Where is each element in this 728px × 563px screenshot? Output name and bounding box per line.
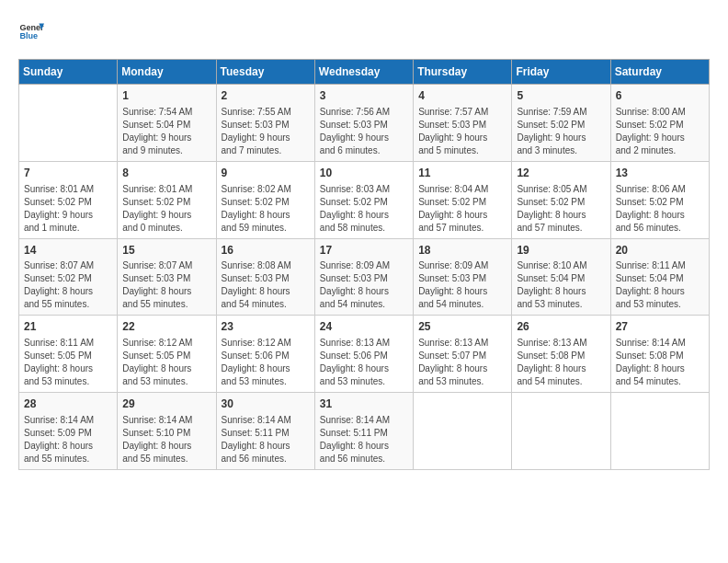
day-number: 2 xyxy=(222,88,310,104)
day-details: Sunrise: 8:05 AM Sunset: 5:02 PM Dayligh… xyxy=(517,183,605,235)
day-details: Sunrise: 8:11 AM Sunset: 5:04 PM Dayligh… xyxy=(616,259,704,311)
calendar-cell xyxy=(414,393,512,470)
calendar-cell: 30Sunrise: 8:14 AM Sunset: 5:11 PM Dayli… xyxy=(216,393,314,470)
calendar-cell xyxy=(512,393,610,470)
calendar-cell: 21Sunrise: 8:11 AM Sunset: 5:05 PM Dayli… xyxy=(19,316,118,393)
calendar-cell: 5Sunrise: 7:59 AM Sunset: 5:02 PM Daylig… xyxy=(512,85,610,162)
weekday-header: Friday xyxy=(512,60,610,85)
day-number: 28 xyxy=(24,396,112,412)
day-details: Sunrise: 7:56 AM Sunset: 5:03 PM Dayligh… xyxy=(320,106,408,157)
calendar-cell: 9Sunrise: 8:02 AM Sunset: 5:02 PM Daylig… xyxy=(216,161,314,238)
day-number: 10 xyxy=(320,166,408,181)
day-details: Sunrise: 8:07 AM Sunset: 5:03 PM Dayligh… xyxy=(122,259,210,311)
calendar-cell: 3Sunrise: 7:56 AM Sunset: 5:03 PM Daylig… xyxy=(314,85,413,162)
day-details: Sunrise: 8:12 AM Sunset: 5:06 PM Dayligh… xyxy=(222,337,310,388)
day-number: 29 xyxy=(122,396,210,412)
weekday-header: Wednesday xyxy=(314,60,413,85)
calendar-cell: 13Sunrise: 8:06 AM Sunset: 5:02 PM Dayli… xyxy=(610,161,709,238)
weekday-header: Saturday xyxy=(610,60,709,85)
calendar-cell: 28Sunrise: 8:14 AM Sunset: 5:09 PM Dayli… xyxy=(19,393,118,470)
calendar-cell: 25Sunrise: 8:13 AM Sunset: 5:07 PM Dayli… xyxy=(414,316,512,393)
day-details: Sunrise: 8:00 AM Sunset: 5:02 PM Dayligh… xyxy=(616,106,704,157)
day-details: Sunrise: 8:14 AM Sunset: 5:09 PM Dayligh… xyxy=(24,414,112,465)
day-number: 23 xyxy=(222,319,310,335)
day-number: 3 xyxy=(320,88,408,104)
calendar-cell: 24Sunrise: 8:13 AM Sunset: 5:06 PM Dayli… xyxy=(314,316,413,393)
day-number: 18 xyxy=(418,243,506,259)
day-details: Sunrise: 8:14 AM Sunset: 5:10 PM Dayligh… xyxy=(122,414,210,465)
day-details: Sunrise: 8:01 AM Sunset: 5:02 PM Dayligh… xyxy=(122,183,210,235)
calendar-header-row: SundayMondayTuesdayWednesdayThursdayFrid… xyxy=(19,60,710,85)
day-number: 13 xyxy=(616,166,704,181)
day-number: 16 xyxy=(222,243,310,259)
day-number: 15 xyxy=(122,243,210,259)
calendar-cell: 4Sunrise: 7:57 AM Sunset: 5:03 PM Daylig… xyxy=(414,85,512,162)
day-number: 26 xyxy=(517,319,605,335)
calendar-cell: 27Sunrise: 8:14 AM Sunset: 5:08 PM Dayli… xyxy=(610,316,709,393)
day-details: Sunrise: 8:09 AM Sunset: 5:03 PM Dayligh… xyxy=(320,259,408,311)
weekday-header: Tuesday xyxy=(216,60,314,85)
calendar-week-row: 7Sunrise: 8:01 AM Sunset: 5:02 PM Daylig… xyxy=(19,161,710,238)
day-number: 21 xyxy=(24,319,112,335)
day-number: 12 xyxy=(517,166,605,181)
day-number: 11 xyxy=(418,166,506,181)
calendar-cell: 11Sunrise: 8:04 AM Sunset: 5:02 PM Dayli… xyxy=(414,161,512,238)
calendar-cell: 20Sunrise: 8:11 AM Sunset: 5:04 PM Dayli… xyxy=(610,238,709,316)
day-number: 20 xyxy=(616,243,704,259)
calendar-cell: 6Sunrise: 8:00 AM Sunset: 5:02 PM Daylig… xyxy=(610,85,709,162)
weekday-header: Sunday xyxy=(19,60,118,85)
day-number: 4 xyxy=(418,88,506,104)
calendar-cell: 18Sunrise: 8:09 AM Sunset: 5:03 PM Dayli… xyxy=(414,238,512,316)
weekday-header: Thursday xyxy=(414,60,512,85)
weekday-header: Monday xyxy=(118,60,216,85)
day-number: 25 xyxy=(418,319,506,335)
calendar-table: SundayMondayTuesdayWednesdayThursdayFrid… xyxy=(18,59,710,470)
calendar-cell: 2Sunrise: 7:55 AM Sunset: 5:03 PM Daylig… xyxy=(216,85,314,162)
calendar-cell: 8Sunrise: 8:01 AM Sunset: 5:02 PM Daylig… xyxy=(118,161,216,238)
calendar-week-row: 21Sunrise: 8:11 AM Sunset: 5:05 PM Dayli… xyxy=(19,316,710,393)
day-details: Sunrise: 8:14 AM Sunset: 5:11 PM Dayligh… xyxy=(222,414,310,465)
day-number: 19 xyxy=(517,243,605,259)
header: General Blue xyxy=(18,18,710,44)
calendar-week-row: 14Sunrise: 8:07 AM Sunset: 5:02 PM Dayli… xyxy=(19,238,710,316)
logo: General Blue xyxy=(18,18,48,44)
calendar-cell: 31Sunrise: 8:14 AM Sunset: 5:11 PM Dayli… xyxy=(314,393,413,470)
calendar-cell xyxy=(610,393,709,470)
day-number: 9 xyxy=(222,166,310,181)
day-details: Sunrise: 8:08 AM Sunset: 5:03 PM Dayligh… xyxy=(222,259,310,311)
calendar-cell: 17Sunrise: 8:09 AM Sunset: 5:03 PM Dayli… xyxy=(314,238,413,316)
calendar-cell: 10Sunrise: 8:03 AM Sunset: 5:02 PM Dayli… xyxy=(314,161,413,238)
calendar-cell: 1Sunrise: 7:54 AM Sunset: 5:04 PM Daylig… xyxy=(118,85,216,162)
day-number: 1 xyxy=(122,88,210,104)
calendar-cell xyxy=(19,85,118,162)
day-details: Sunrise: 8:14 AM Sunset: 5:08 PM Dayligh… xyxy=(616,337,704,388)
calendar-body: 1Sunrise: 7:54 AM Sunset: 5:04 PM Daylig… xyxy=(19,85,710,470)
day-details: Sunrise: 7:54 AM Sunset: 5:04 PM Dayligh… xyxy=(122,106,210,157)
day-details: Sunrise: 7:55 AM Sunset: 5:03 PM Dayligh… xyxy=(222,106,310,157)
day-details: Sunrise: 8:11 AM Sunset: 5:05 PM Dayligh… xyxy=(24,337,112,388)
day-details: Sunrise: 7:57 AM Sunset: 5:03 PM Dayligh… xyxy=(418,106,506,157)
calendar-cell: 16Sunrise: 8:08 AM Sunset: 5:03 PM Dayli… xyxy=(216,238,314,316)
day-number: 8 xyxy=(122,166,210,181)
day-number: 5 xyxy=(517,88,605,104)
day-details: Sunrise: 7:59 AM Sunset: 5:02 PM Dayligh… xyxy=(517,106,605,157)
calendar-cell: 15Sunrise: 8:07 AM Sunset: 5:03 PM Dayli… xyxy=(118,238,216,316)
day-number: 24 xyxy=(320,319,408,335)
calendar-cell: 29Sunrise: 8:14 AM Sunset: 5:10 PM Dayli… xyxy=(118,393,216,470)
day-details: Sunrise: 8:13 AM Sunset: 5:06 PM Dayligh… xyxy=(320,337,408,388)
calendar-week-row: 1Sunrise: 7:54 AM Sunset: 5:04 PM Daylig… xyxy=(19,85,710,162)
day-number: 7 xyxy=(24,166,112,181)
day-details: Sunrise: 8:04 AM Sunset: 5:02 PM Dayligh… xyxy=(418,183,506,235)
calendar-cell: 22Sunrise: 8:12 AM Sunset: 5:05 PM Dayli… xyxy=(118,316,216,393)
day-number: 14 xyxy=(24,243,112,259)
calendar-cell: 14Sunrise: 8:07 AM Sunset: 5:02 PM Dayli… xyxy=(19,238,118,316)
calendar-cell: 7Sunrise: 8:01 AM Sunset: 5:02 PM Daylig… xyxy=(19,161,118,238)
day-number: 17 xyxy=(320,243,408,259)
day-details: Sunrise: 8:06 AM Sunset: 5:02 PM Dayligh… xyxy=(616,183,704,235)
day-number: 27 xyxy=(616,319,704,335)
day-details: Sunrise: 8:02 AM Sunset: 5:02 PM Dayligh… xyxy=(222,183,310,235)
day-details: Sunrise: 8:12 AM Sunset: 5:05 PM Dayligh… xyxy=(122,337,210,388)
svg-text:Blue: Blue xyxy=(19,31,38,40)
calendar-cell: 26Sunrise: 8:13 AM Sunset: 5:08 PM Dayli… xyxy=(512,316,610,393)
day-details: Sunrise: 8:13 AM Sunset: 5:07 PM Dayligh… xyxy=(418,337,506,388)
